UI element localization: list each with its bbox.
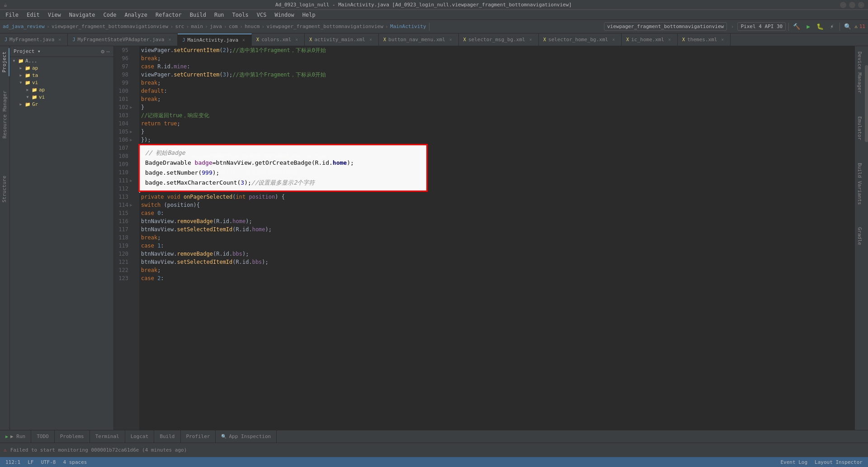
line-margin-111: 111▶ <box>114 176 139 185</box>
breadcrumb-main[interactable]: main <box>191 24 203 29</box>
panel-tab-emulator[interactable]: Emulator <box>855 113 864 144</box>
breadcrumb-com[interactable]: com <box>229 24 238 29</box>
breadcrumb-src[interactable]: src <box>175 24 184 29</box>
app-inspection-icon: 🔍 <box>221 434 226 439</box>
tree-item-gr[interactable]: ▶ 📁 Gr <box>10 100 113 108</box>
editor-area: 9596979899100101102▶103104105▶106▶107108… <box>114 46 854 430</box>
code-line-97: case R.id.mine: <box>139 62 854 71</box>
menu-run[interactable]: Run <box>211 11 228 19</box>
tree-item-vi-vi[interactable]: ▼ 📁 vi <box>10 93 113 100</box>
tree-item-vi-ap[interactable]: ▶ 📁 ap <box>10 86 113 93</box>
breadcrumb-module[interactable]: viewpager_fragment_bottomnavigationview <box>267 24 383 29</box>
code-container: 9596979899100101102▶103104105▶106▶107108… <box>114 46 854 430</box>
menu-vcs[interactable]: VCS <box>253 11 270 19</box>
breadcrumb-class[interactable]: MainActivity <box>390 24 426 29</box>
panel-tab-gradle[interactable]: Gradle <box>855 224 864 249</box>
minimize-button[interactable]: ─ <box>840 2 846 8</box>
tab-buttonnav[interactable]: X button_nav_menu.xml × <box>379 33 459 46</box>
make-project-button[interactable]: 🔨 <box>792 22 802 32</box>
bottom-tab-profiler[interactable]: Profiler <box>181 430 216 443</box>
panel-tab-structure[interactable]: Structure <box>0 172 9 206</box>
menu-refactor[interactable]: Refactor <box>152 11 185 19</box>
code-line-102: } <box>139 103 854 111</box>
menu-help[interactable]: Help <box>299 11 319 19</box>
breadcrumb-project[interactable]: ad_java_review <box>3 24 45 29</box>
scrollbar-thumb[interactable] <box>865 65 868 142</box>
editor-tabs: J MyFragment.java × J MyFragmentStateVPA… <box>0 33 868 46</box>
status-indent[interactable]: 4 spaces <box>61 459 89 465</box>
run-config-selector[interactable]: viewpager_fragment_bottomnavigationview <box>604 22 727 31</box>
tree-item-app[interactable]: ▶ 📁 ap <box>10 64 113 71</box>
tab-activitymain[interactable]: X activity_main.xml × <box>305 33 379 46</box>
panel-tab-build-variants[interactable]: Build Variants <box>855 159 864 209</box>
code-line-122: break; <box>139 266 854 274</box>
project-tree: ▼ 📁 A... ▶ 📁 ap ▶ 📁 ta ▼ 📁 vi <box>10 57 113 430</box>
close-button[interactable]: ✕ <box>858 2 864 8</box>
bottom-tab-todo[interactable]: TODO <box>31 430 55 443</box>
bottom-tab-logcat[interactable]: Logcat <box>125 430 155 443</box>
profile-button[interactable]: ⚡ <box>827 22 837 32</box>
tree-label-root: A... <box>25 58 38 64</box>
maximize-button[interactable]: □ <box>849 2 855 8</box>
tab-ichome-close[interactable]: × <box>666 37 673 43</box>
bottom-tab-run[interactable]: ▶ ▶ Run <box>0 430 31 443</box>
tab-myfragment-close[interactable]: × <box>57 37 63 43</box>
panel-settings-icon[interactable]: ⚙ <box>101 48 104 55</box>
panel-tab-device-manager[interactable]: Device Manager <box>855 48 864 97</box>
menu-code[interactable]: Code <box>100 11 120 19</box>
tree-item-vi[interactable]: ▼ 📁 vi <box>10 79 113 86</box>
menu-tools[interactable]: Tools <box>229 11 252 19</box>
panel-minimize-icon[interactable]: — <box>106 48 110 55</box>
tab-selectormsg-close[interactable]: × <box>528 37 534 43</box>
status-layout-inspector[interactable]: Layout Inspector <box>813 459 864 465</box>
tab-themes-close[interactable]: × <box>719 37 726 43</box>
menu-view[interactable]: View <box>44 11 65 19</box>
status-encoding[interactable]: UTF-8 <box>39 459 57 465</box>
tab-themes[interactable]: X themes.xml × <box>678 33 731 46</box>
tab-ichome[interactable]: X ic_home.xml × <box>622 33 678 46</box>
tab-mainactivity-close[interactable]: × <box>241 37 247 43</box>
bottom-tab-build[interactable]: Build <box>154 430 180 443</box>
bottom-tab-appinspection[interactable]: 🔍 App Inspection <box>216 430 277 443</box>
bottom-tab-problems[interactable]: Problems <box>55 430 90 443</box>
tab-selectormsg[interactable]: X selector_msg_bg.xml × <box>459 33 539 46</box>
vertical-scrollbar[interactable] <box>864 46 868 430</box>
tab-buttonnav-close[interactable]: × <box>448 37 454 43</box>
bottom-tab-terminal[interactable]: Terminal <box>90 430 125 443</box>
tab-selectorhome[interactable]: X selector_home_bg.xml × <box>539 33 622 46</box>
search-button[interactable]: 🔍 <box>843 22 853 32</box>
bottom-status-bar: ⚠ Failed to start monitoring 000001b72ca… <box>0 443 868 457</box>
tab-myfragmentstate[interactable]: J MyFragmentStateVPAdapter.java × <box>68 33 178 46</box>
debug-button[interactable]: 🐛 <box>815 22 825 32</box>
tab-selectorhome-close[interactable]: × <box>610 37 617 43</box>
tab-activitymain-close[interactable]: × <box>368 37 374 43</box>
menu-analyze[interactable]: Analyze <box>121 11 151 19</box>
tab-mainactivity[interactable]: J MainActivity.java × <box>178 33 252 46</box>
status-line-separator[interactable]: LF <box>26 459 35 465</box>
panel-tab-resource[interactable]: Resource Manager <box>0 87 9 142</box>
tree-arrow-gr: ▶ <box>19 102 23 106</box>
folder-icon-ta: 📁 <box>24 72 31 78</box>
menu-build[interactable]: Build <box>186 11 210 19</box>
device-selector[interactable]: Pixel 4 API 30 <box>737 22 786 31</box>
tab-colors-close[interactable]: × <box>293 37 300 43</box>
code-text-area[interactable]: viewPager.setCurrentItem(2);//选中第1个Fragm… <box>139 46 854 430</box>
breadcrumb-file[interactable]: viewpager_fragment_bottomnavigationview <box>52 24 168 29</box>
panel-tab-project[interactable]: Project <box>0 48 9 76</box>
menu-edit[interactable]: Edit <box>23 11 43 19</box>
status-position[interactable]: 112:1 <box>4 459 22 465</box>
run-button[interactable]: ▶ <box>803 22 813 32</box>
tree-item-ta[interactable]: ▶ 📁 ta <box>10 71 113 79</box>
run-icon: ▶ <box>5 434 8 439</box>
status-event-log[interactable]: Event Log <box>778 459 809 465</box>
tab-myfragmentstate-close[interactable]: × <box>166 37 173 43</box>
breadcrumb-hnucm[interactable]: hnucm <box>245 24 259 29</box>
tab-colors[interactable]: X colors.xml × <box>252 33 305 46</box>
breadcrumb-java[interactable]: java <box>210 24 222 29</box>
menu-file[interactable]: File <box>2 11 22 19</box>
tree-item-root[interactable]: ▼ 📁 A... <box>10 57 113 64</box>
menu-navigate[interactable]: Navigate <box>66 11 99 19</box>
error-count: 11 <box>859 24 865 29</box>
tab-myfragment[interactable]: J MyFragment.java × <box>0 33 68 46</box>
menu-window[interactable]: Window <box>271 11 297 19</box>
